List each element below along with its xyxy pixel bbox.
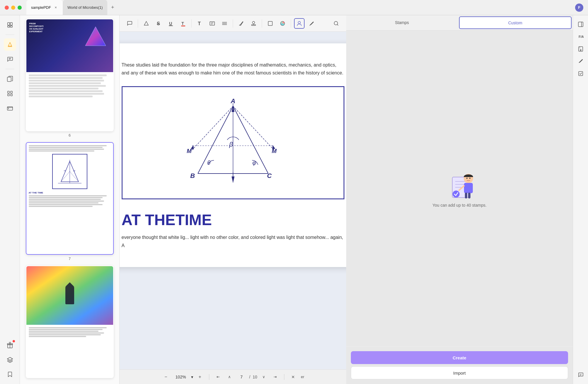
svg-text:T: T: [181, 21, 184, 26]
close-button[interactable]: [5, 6, 9, 10]
stamp-toolbar-btn[interactable]: [248, 18, 259, 29]
thumb7-diagram: H M: [52, 154, 87, 189]
tab-label: World of Microbes(1): [67, 5, 103, 10]
highlight-icon-btn[interactable]: [4, 38, 16, 51]
minimize-button[interactable]: [11, 6, 15, 10]
nav-first-button[interactable]: ⇤: [214, 373, 223, 381]
thumb-card-8[interactable]: [26, 266, 114, 378]
svg-line-49: [337, 24, 338, 26]
current-page-input[interactable]: [236, 375, 247, 379]
tab-close-icon[interactable]: ✕: [53, 5, 58, 10]
text-color-toolbar-btn[interactable]: T: [178, 18, 188, 29]
toolbar: S U T T: [120, 15, 346, 32]
nav-prev-button[interactable]: ∧: [225, 373, 234, 381]
redact-icon-btn[interactable]: [4, 102, 16, 114]
close-zoom-button[interactable]: ✕: [289, 373, 297, 381]
svg-text:F/A: F/A: [579, 35, 584, 38]
svg-rect-2: [8, 26, 10, 27]
svg-rect-44: [268, 21, 272, 26]
svg-rect-42: [251, 25, 256, 26]
thumbnail-page7[interactable]: H M AT THE TIME 7: [23, 142, 116, 261]
svg-point-74: [453, 191, 460, 198]
pages-icon-btn[interactable]: [4, 19, 16, 31]
color-wheel-toolbar-btn[interactable]: [277, 18, 288, 29]
divider2: [191, 19, 192, 28]
thumbnail-page8[interactable]: [23, 266, 116, 378]
tab-worldofmicrobes[interactable]: World of Microbes(1): [63, 0, 107, 15]
list-toolbar-btn[interactable]: [219, 18, 230, 29]
zoom-out-button[interactable]: −: [162, 373, 170, 381]
thumb-img-8: [26, 266, 113, 378]
thumbnail-page6[interactable]: PRISMDECOMPOSITION SUNLIGHTEXPERIMENT: [23, 19, 116, 137]
svg-rect-1: [10, 23, 12, 25]
panel-right-btn[interactable]: [575, 19, 586, 30]
chat-right-btn[interactable]: [575, 369, 586, 380]
tab-bar: samplePDF ✕ World of Microbes(1) +: [26, 0, 570, 15]
gift-badge: [13, 340, 15, 342]
thumb-card-7[interactable]: H M AT THE TIME: [26, 142, 114, 255]
svg-rect-81: [468, 193, 470, 198]
svg-rect-11: [11, 94, 12, 96]
underline-toolbar-btn[interactable]: U: [166, 18, 176, 29]
gift-icon-btn[interactable]: [4, 339, 16, 351]
create-stamp-button[interactable]: Create: [351, 351, 568, 364]
svg-rect-27: [65, 287, 74, 304]
download-right-btn[interactable]: [575, 43, 586, 55]
text-toolbar-btn[interactable]: T: [195, 18, 205, 29]
svg-line-62: [192, 106, 233, 150]
bookmark-icon-btn[interactable]: [4, 368, 16, 380]
layers-icon-btn[interactable]: [4, 354, 16, 366]
thumb-card-6[interactable]: PRISMDECOMPOSITION SUNLIGHTEXPERIMENT: [26, 19, 114, 131]
user-toolbar-btn[interactable]: [294, 18, 305, 29]
pdf-content: These studies laid the foundation for th…: [120, 32, 346, 369]
stamps-tab-custom[interactable]: Custom: [459, 16, 572, 29]
nav-next-button[interactable]: ∨: [259, 373, 268, 381]
divider2: [6, 69, 14, 69]
svg-rect-3: [10, 26, 12, 27]
zoom-divider2: [284, 374, 284, 380]
organize-icon-btn[interactable]: [4, 87, 16, 100]
shape-toolbar-btn[interactable]: [265, 18, 276, 29]
strikethrough-toolbar-btn[interactable]: S: [153, 18, 164, 29]
diagram-container: A B C M M β θ φ: [122, 86, 344, 199]
stamps-tabs: Stamps Custom: [346, 15, 573, 30]
thumbnail-panel: PRISMDECOMPOSITION SUNLIGHTEXPERIMENT: [20, 15, 120, 384]
thumb7-content: H M AT THE TIME: [26, 143, 113, 254]
tab-samplepdf[interactable]: samplePDF ✕: [26, 0, 63, 15]
svg-rect-9: [11, 91, 12, 93]
search-toolbar-btn[interactable]: [331, 18, 341, 29]
draw-toolbar-btn[interactable]: [236, 18, 247, 29]
svg-text:C: C: [267, 172, 272, 179]
fa-right-btn[interactable]: F/A: [575, 31, 586, 42]
comment-toolbar-btn[interactable]: [124, 18, 135, 29]
nav-last-button[interactable]: ⇥: [271, 373, 279, 381]
textbox-toolbar-btn[interactable]: [207, 18, 217, 29]
body-text-content: everyone thought that white lig... light…: [122, 235, 343, 248]
edit-right-btn[interactable]: [575, 56, 586, 67]
stamps-illustration: [445, 168, 474, 198]
zoom-dropdown[interactable]: ▾: [191, 375, 193, 379]
maximize-button[interactable]: [18, 6, 22, 10]
comment-icon-btn[interactable]: [4, 53, 16, 65]
stamps-tab-stamps[interactable]: Stamps: [346, 15, 458, 30]
svg-rect-80: [465, 193, 467, 198]
zoom-in-button[interactable]: +: [196, 373, 204, 381]
tab-label: samplePDF: [31, 5, 51, 10]
svg-line-63: [233, 106, 274, 150]
pen-toolbar-btn[interactable]: [306, 18, 317, 29]
zoom-bar: − 102% ▾ + ⇤ ∧ / 10 ∨ ⇥ ✕ er: [120, 369, 346, 384]
zoom-divider1: [209, 374, 209, 380]
stamps-panel: Stamps Custom: [346, 15, 573, 384]
highlight-toolbar-btn[interactable]: [141, 18, 152, 29]
duplicate-icon-btn[interactable]: [4, 73, 16, 85]
svg-text:A: A: [230, 97, 235, 105]
stamps-actions: Create Import: [346, 346, 573, 384]
svg-rect-12: [7, 107, 13, 110]
check-right-btn[interactable]: [575, 68, 586, 79]
add-tab-button[interactable]: +: [108, 4, 117, 12]
svg-rect-88: [579, 72, 583, 76]
import-stamp-button[interactable]: Import: [351, 366, 568, 379]
svg-text:β: β: [229, 141, 233, 148]
svg-rect-33: [181, 26, 185, 26]
thumb6-title: PRISMDECOMPOSITION SUNLIGHTEXPERIMENT: [29, 22, 44, 33]
